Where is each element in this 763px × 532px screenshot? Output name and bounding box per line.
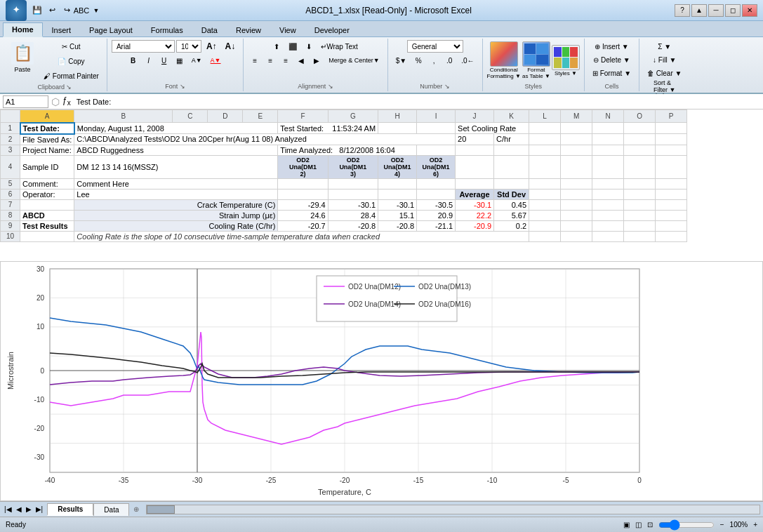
col-header-P[interactable]: P [656,110,687,123]
cell-A7[interactable] [20,199,74,210]
align-middle-btn[interactable]: ⬛ [285,40,300,53]
font-decrease-btn[interactable]: A↓ [222,40,239,53]
cell-M2[interactable] [561,134,592,145]
italic-button[interactable]: I [142,54,156,67]
cell-G8[interactable]: 28.4 [328,210,378,220]
cell-H1[interactable] [378,123,417,134]
cell-G9[interactable]: -20.8 [328,220,378,231]
cell-F8[interactable]: 24.6 [278,210,328,220]
cell-I1[interactable] [417,123,456,134]
col-header-A[interactable]: A [20,110,74,123]
underline-button[interactable]: U [157,54,171,67]
restore-btn[interactable]: ◻ [725,4,741,17]
cell-L10[interactable] [529,231,561,241]
align-center-btn[interactable]: ≡ [263,54,277,67]
font-size-select[interactable]: 10 [176,40,201,53]
cell-J5[interactable] [456,178,494,189]
cell-P1[interactable] [656,123,687,134]
cell-F5[interactable] [278,178,328,189]
cell-M6[interactable] [561,189,592,199]
merge-center-btn[interactable]: Merge & Center ▼ [325,54,383,67]
cell-N10[interactable] [592,231,624,241]
sheet-nav-prev[interactable]: ◀ [15,505,23,513]
col-header-C[interactable]: C [173,110,208,123]
cell-O9[interactable] [624,220,656,231]
zoom-slider[interactable] [658,519,715,531]
cell-F1[interactable]: Test Started: 11:53:24 AM [278,123,378,134]
cell-M4[interactable] [561,155,592,178]
cell-H8[interactable]: 15.1 [378,210,417,220]
cell-F7[interactable]: -29.4 [278,199,328,210]
cell-reference-box[interactable] [3,95,48,108]
cell-H4[interactable]: OD2Una(DM14) [378,155,417,178]
align-left-btn[interactable]: ≡ [248,54,262,67]
add-sheet-btn[interactable]: ⊕ [129,505,143,513]
font-increase-btn[interactable]: A↑ [203,40,220,53]
cell-P4[interactable] [656,155,687,178]
cell-N9[interactable] [592,220,624,231]
sheet-nav-last[interactable]: ▶| [34,505,45,513]
cell-K2[interactable]: C/hr [494,134,529,145]
cell-B8[interactable]: Strain Jump (με) [74,210,278,220]
dollar-btn[interactable]: $▼ [392,54,410,67]
sort-filter-btn[interactable]: Sort &Filter ▼ [650,80,679,93]
col-header-J[interactable]: J [456,110,494,123]
col-header-D[interactable]: D [208,110,243,123]
paste-button[interactable]: 📋 Paste [7,40,38,82]
cell-B1[interactable]: Monday, August 11, 2008 [74,123,278,134]
cell-N6[interactable] [592,189,624,199]
cell-A6[interactable]: Operator: [20,189,74,199]
cell-L9[interactable] [529,220,561,231]
cell-O3[interactable] [624,145,656,155]
zoom-out-btn[interactable]: − [720,521,724,528]
cell-A3[interactable]: Project Name: [20,145,74,155]
cell-K6[interactable]: Std Dev [494,189,529,199]
font-face-select[interactable]: Arial [112,40,175,53]
fill-btn[interactable]: ↓ Fill ▼ [649,53,679,66]
cell-B10[interactable]: Cooling Rate is the slope of 10 consecut… [74,231,529,241]
tab-view[interactable]: View [270,22,305,36]
cell-A2[interactable]: File Saved As: [20,134,74,145]
increase-decimal-btn[interactable]: .0 [442,54,456,67]
cell-G6[interactable] [328,189,378,199]
col-header-E[interactable]: E [243,110,278,123]
cell-B2[interactable]: C:\ABCD\Analyzed Tests\OD2 Una 20Cper hr… [74,134,456,145]
cell-O2[interactable] [624,134,656,145]
cell-F4[interactable]: OD2Una(DM12) [278,155,328,178]
formula-func-btn[interactable]: ƒx [62,95,71,107]
cell-J3[interactable] [456,145,494,155]
cell-P8[interactable] [656,210,687,220]
cell-F3[interactable]: Time Analyzed: 8/12/2008 16:04 [278,145,417,155]
cell-N4[interactable] [592,155,624,178]
cell-M5[interactable] [561,178,592,189]
cell-K7[interactable]: 0.45 [494,199,529,210]
col-header-H[interactable]: H [378,110,417,123]
cell-I5[interactable] [417,178,456,189]
cell-J1[interactable]: Set Cooling Rate [456,123,529,134]
delete-cells-btn[interactable]: ⊖ Delete ▼ [590,53,633,66]
tab-review[interactable]: Review [227,22,270,36]
tab-insert[interactable]: Insert [43,22,81,36]
cell-M3[interactable] [561,145,592,155]
cell-O5[interactable] [624,178,656,189]
cell-K5[interactable] [494,178,529,189]
cell-G7[interactable]: -30.1 [328,199,378,210]
decrease-decimal-btn[interactable]: .0← [458,54,477,67]
cell-B6[interactable]: Lee [74,189,278,199]
clear-btn[interactable]: 🗑 Clear ▼ [644,67,685,79]
sheet-tab-results[interactable]: Results [47,503,93,516]
cell-P7[interactable] [656,199,687,210]
cell-H7[interactable]: -30.1 [378,199,417,210]
copy-button[interactable]: 📄 Copy [40,55,102,67]
tab-home[interactable]: Home [3,22,43,37]
cell-P9[interactable] [656,220,687,231]
cell-N5[interactable] [592,178,624,189]
cell-P2[interactable] [656,134,687,145]
cell-I4[interactable]: OD2Una(DM16) [417,155,456,178]
cell-P6[interactable] [656,189,687,199]
wrap-text-btn[interactable]: ↵ Wrap Text [317,40,361,53]
cell-B9[interactable]: Cooling Rate (C/hr) [74,220,278,231]
cell-J7[interactable]: -30.1 [456,199,494,210]
cell-G5[interactable] [328,178,378,189]
cell-O6[interactable] [624,189,656,199]
